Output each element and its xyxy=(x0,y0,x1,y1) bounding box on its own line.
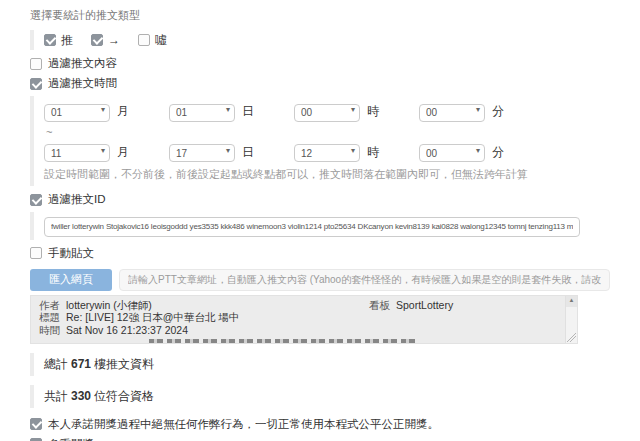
lottery-tool-page: 選擇要統計的推文類型 推 → 噓 過濾推文內容 過濾推文時間 01▾ 月 0 xyxy=(0,0,640,441)
boo-option: 噓 xyxy=(138,32,167,49)
to-day-select[interactable]: 17 xyxy=(169,144,235,162)
hour-unit-label: 時 xyxy=(367,144,379,161)
from-month-select[interactable]: 01 xyxy=(44,104,110,122)
month-unit-label: 月 xyxy=(117,144,129,161)
filter-content-label: 過濾推文內容 xyxy=(48,56,117,71)
push-type-options: 推 → 噓 xyxy=(30,30,610,50)
board-label: 看板 xyxy=(369,299,390,312)
push-checkbox[interactable] xyxy=(44,34,56,46)
arrow-option: → xyxy=(91,33,120,47)
filter-id-checkbox[interactable] xyxy=(30,194,42,206)
total-stat: 總計671樓推文資料 xyxy=(30,353,610,376)
minute-unit-label: 分 xyxy=(492,144,504,161)
multi-draw-row: 多重開獎 xyxy=(30,437,610,441)
author-value: lotterywin (小律師) xyxy=(66,299,152,312)
multi-draw-label: 多重開獎 xyxy=(48,437,94,441)
boo-checkbox[interactable] xyxy=(138,34,150,46)
hour-unit-label: 時 xyxy=(367,103,379,120)
arrow-checkbox[interactable] xyxy=(91,34,103,46)
filter-id-row: 過濾推文ID xyxy=(30,192,610,207)
title-value: Re: [LIVE] 12強 日本@中華台北 場中 xyxy=(66,311,239,324)
import-url-input[interactable] xyxy=(119,269,610,291)
time-range-note: 設定時間範圍，不分前後，前後設定起點或終點都可以，推文時間落在範圍內即可，但無法… xyxy=(44,167,610,182)
time-from-row: 01▾ 月 01▾ 日 00▾ 時 00▾ 分 xyxy=(44,102,610,122)
filter-id-label: 過濾推文ID xyxy=(48,192,106,207)
push-label: 推 xyxy=(61,32,73,49)
to-minute-select[interactable]: 00 xyxy=(419,144,485,162)
qualified-suffix: 位符合資格 xyxy=(94,389,154,403)
author-label: 作者 xyxy=(39,299,60,312)
id-filter-block xyxy=(30,212,610,240)
boo-label: 噓 xyxy=(155,32,167,49)
total-suffix: 樓推文資料 xyxy=(94,357,154,371)
time-to-row: 11▾ 月 17▾ 日 12▾ 時 00▾ 分 xyxy=(44,143,610,163)
from-hour-select[interactable]: 00 xyxy=(294,104,360,122)
qualified-count: 330 xyxy=(71,389,91,403)
filter-content-row: 過濾推文內容 xyxy=(30,56,610,71)
board-value: SportLottery xyxy=(396,299,453,312)
time-range-block: 01▾ 月 01▾ 日 00▾ 時 00▾ 分 ~ 11▾ 月 17▾ xyxy=(30,96,610,186)
push-option: 推 xyxy=(44,32,73,49)
article-time-line: 時間 Sat Nov 16 21:23:37 2024 xyxy=(39,324,561,337)
from-day-select[interactable]: 01 xyxy=(169,104,235,122)
import-url-button[interactable]: 匯入網頁 xyxy=(30,269,112,291)
resize-grip-icon[interactable] xyxy=(567,333,576,342)
promise-label: 本人承諾開獎過程中絕無任何作弊行為，一切正常使用本程式公平公正開獎。 xyxy=(48,417,439,432)
day-unit-label: 日 xyxy=(242,144,254,161)
time-range-separator: ~ xyxy=(46,126,610,139)
month-unit-label: 月 xyxy=(117,103,129,120)
clipped-text-line xyxy=(149,339,417,343)
filter-time-row: 過濾推文時間 xyxy=(30,76,610,91)
total-prefix: 總計 xyxy=(44,357,68,371)
qualified-prefix: 共計 xyxy=(44,389,68,403)
total-count: 671 xyxy=(71,357,91,371)
day-unit-label: 日 xyxy=(242,103,254,120)
article-title-line: 標題 Re: [LIVE] 12強 日本@中華台北 場中 xyxy=(39,311,561,324)
filter-time-label: 過濾推文時間 xyxy=(48,76,117,91)
manual-post-row: 手動貼文 xyxy=(30,246,610,261)
filter-content-checkbox[interactable] xyxy=(30,58,42,70)
id-filter-input[interactable] xyxy=(44,217,580,237)
scroll-up-icon[interactable]: ▲ xyxy=(566,296,577,307)
article-preview-textarea[interactable]: 作者 lotterywin (小律師) 看板 SportLottery 標題 R… xyxy=(30,295,578,344)
manual-post-checkbox[interactable] xyxy=(30,247,42,259)
minute-unit-label: 分 xyxy=(492,103,504,120)
title-label: 標題 xyxy=(39,311,60,324)
time-value: Sat Nov 16 21:23:37 2024 xyxy=(66,324,188,337)
article-header-line: 作者 lotterywin (小律師) 看板 SportLottery xyxy=(39,299,561,312)
qualified-stat: 共計330位符合資格 xyxy=(30,385,610,408)
manual-post-label: 手動貼文 xyxy=(48,246,94,261)
promise-checkbox[interactable] xyxy=(30,418,42,430)
filter-time-checkbox[interactable] xyxy=(30,78,42,90)
to-month-select[interactable]: 11 xyxy=(44,144,110,162)
time-label: 時間 xyxy=(39,324,60,337)
promise-row: 本人承諾開獎過程中絕無任何作弊行為，一切正常使用本程式公平公正開獎。 xyxy=(30,417,610,432)
import-row: 匯入網頁 xyxy=(30,269,610,291)
push-type-title: 選擇要統計的推文類型 xyxy=(30,8,610,23)
arrow-label: → xyxy=(108,33,120,47)
from-minute-select[interactable]: 00 xyxy=(419,104,485,122)
to-hour-select[interactable]: 12 xyxy=(294,144,360,162)
